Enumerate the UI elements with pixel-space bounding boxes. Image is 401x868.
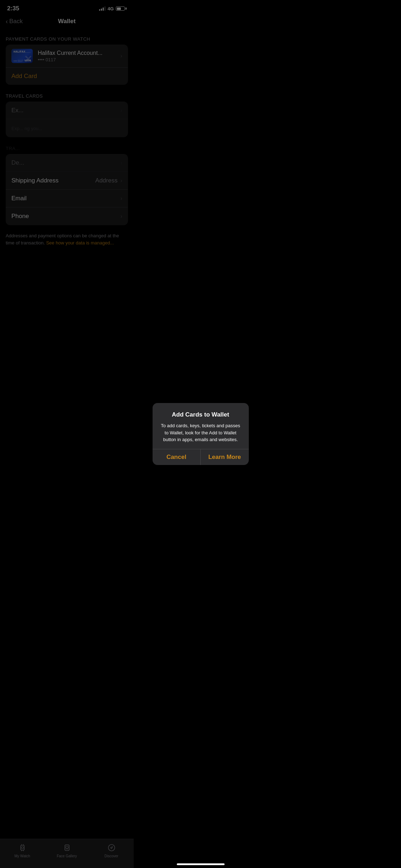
dialog-overlay[interactable]: Add Cards to Wallet To add cards, keys, … [0,0,134,289]
